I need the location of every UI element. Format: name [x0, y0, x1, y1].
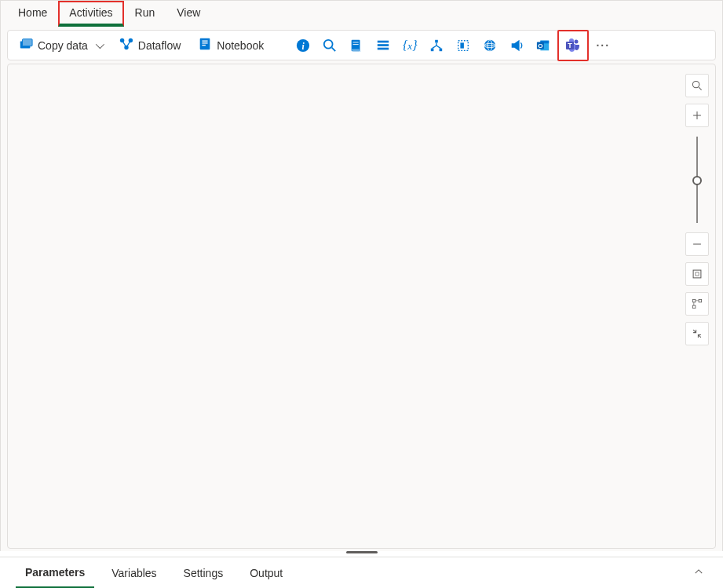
- announcement-icon: [509, 38, 524, 53]
- outlook-icon: O: [536, 38, 550, 53]
- lookup-button[interactable]: [317, 33, 342, 58]
- svg-rect-44: [692, 299, 696, 302]
- collapse-button[interactable]: [685, 322, 709, 345]
- variable-icon: {x}: [403, 38, 418, 53]
- script-icon: [349, 38, 363, 53]
- menu-bar: Home Activities Run View: [1, 1, 722, 27]
- template-icon: [456, 38, 470, 53]
- svg-line-38: [699, 87, 702, 90]
- menu-view[interactable]: View: [166, 1, 211, 27]
- copy-data-label: Copy data: [38, 39, 88, 52]
- template-button[interactable]: [451, 33, 476, 58]
- svg-rect-45: [699, 299, 702, 302]
- svg-rect-1: [23, 39, 33, 46]
- svg-rect-20: [435, 39, 438, 42]
- svg-rect-18: [378, 44, 389, 46]
- minus-icon: [692, 239, 703, 250]
- zoom-slider[interactable]: [696, 137, 698, 223]
- menu-home[interactable]: Home: [7, 1, 58, 27]
- variable-button[interactable]: {x}: [397, 33, 422, 58]
- tab-variables[interactable]: Variables: [102, 559, 166, 587]
- web-button[interactable]: [477, 33, 502, 58]
- svg-rect-7: [203, 41, 208, 42]
- script-button[interactable]: [344, 33, 369, 58]
- zoom-in-button[interactable]: [685, 104, 709, 127]
- auto-layout-button[interactable]: [685, 292, 709, 316]
- more-button[interactable]: ···: [590, 33, 615, 58]
- svg-rect-22: [440, 48, 443, 51]
- bottom-tabs: Parameters Variables Settings Output: [0, 557, 723, 588]
- bottom-panel: Parameters Variables Settings Output: [0, 551, 723, 588]
- tab-settings[interactable]: Settings: [174, 559, 233, 587]
- svg-rect-42: [693, 270, 701, 278]
- branch-icon: [429, 38, 444, 53]
- activities-toolbar: Copy data Dataflow Notebook i {x}: [7, 30, 716, 60]
- svg-rect-43: [696, 272, 699, 276]
- svg-text:T: T: [568, 42, 572, 49]
- more-icon: ···: [596, 39, 610, 52]
- layout-icon: [692, 298, 703, 309]
- pipeline-canvas[interactable]: [7, 64, 716, 549]
- svg-rect-21: [431, 48, 434, 51]
- menu-run[interactable]: Run: [124, 1, 166, 27]
- svg-point-33: [575, 39, 579, 43]
- svg-rect-16: [353, 44, 359, 45]
- teams-button[interactable]: T: [557, 30, 589, 61]
- notebook-icon: [198, 37, 212, 53]
- chevron-down-icon: [96, 39, 104, 48]
- svg-rect-9: [203, 45, 206, 46]
- panel-collapse-button[interactable]: [690, 563, 707, 583]
- menu-activities[interactable]: Activities: [58, 1, 123, 27]
- notebook-button[interactable]: Notebook: [190, 32, 272, 58]
- dataflow-label: Dataflow: [138, 39, 181, 52]
- fit-icon: [692, 268, 703, 279]
- svg-rect-17: [378, 40, 389, 42]
- panel-resize-grip[interactable]: [346, 551, 378, 553]
- search-icon: [692, 80, 703, 91]
- info-icon: i: [296, 38, 310, 53]
- svg-rect-15: [353, 42, 359, 42]
- svg-rect-46: [692, 305, 696, 309]
- teams-icon: T: [565, 38, 581, 53]
- svg-text:O: O: [538, 42, 542, 49]
- outlook-button[interactable]: O: [531, 33, 556, 58]
- zoom-out-button[interactable]: [685, 232, 709, 256]
- svg-rect-6: [200, 38, 210, 49]
- svg-rect-19: [378, 47, 389, 49]
- notebook-label: Notebook: [217, 39, 264, 52]
- copy-data-icon: [19, 37, 33, 53]
- zoom-handle[interactable]: [692, 176, 702, 185]
- svg-line-13: [332, 47, 336, 50]
- list-button[interactable]: [371, 33, 396, 58]
- list-icon: [376, 38, 390, 53]
- dataflow-button[interactable]: Dataflow: [111, 32, 188, 58]
- canvas-side-controls: [685, 74, 709, 345]
- plus-icon: [692, 110, 703, 121]
- fit-screen-button[interactable]: [685, 262, 709, 286]
- canvas-search-button[interactable]: [685, 74, 709, 97]
- copy-data-button[interactable]: Copy data: [11, 32, 110, 58]
- collapse-icon: [692, 328, 703, 339]
- search-icon: [323, 38, 337, 53]
- svg-point-37: [692, 81, 699, 87]
- dataflow-icon: [119, 37, 133, 53]
- web-icon: [483, 38, 497, 53]
- tab-output[interactable]: Output: [240, 559, 292, 587]
- branch-button[interactable]: [424, 33, 449, 58]
- chevron-up-icon: [693, 566, 704, 577]
- tab-parameters[interactable]: Parameters: [16, 558, 94, 588]
- svg-rect-24: [461, 42, 465, 48]
- announcement-button[interactable]: [504, 33, 529, 58]
- svg-point-12: [324, 39, 333, 48]
- svg-rect-8: [203, 42, 208, 43]
- info-button[interactable]: i: [290, 33, 316, 58]
